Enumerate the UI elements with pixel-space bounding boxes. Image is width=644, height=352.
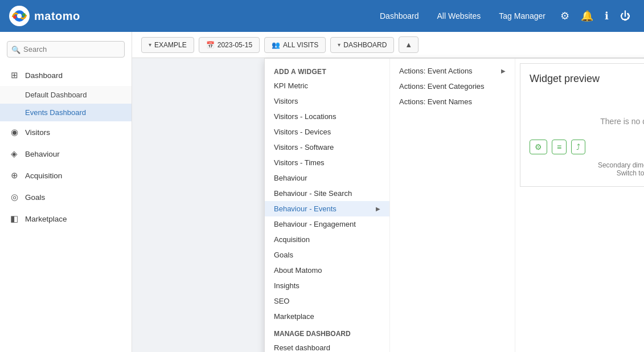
- sub-event-actions-chevron: ▶: [501, 68, 506, 74]
- widget-visitors-software[interactable]: Visitors - Software: [265, 140, 389, 155]
- dropdown-left-column: Add a widget KPI Metric Visitors Visitor…: [265, 59, 390, 352]
- main-wrapper: Add a widget KPI Metric Visitors Visitor…: [132, 58, 644, 286]
- nav-dashboard-link[interactable]: Dashboard: [372, 7, 427, 25]
- visits-label: ALL VISITS: [283, 41, 318, 49]
- date-label: 2023-05-15: [218, 41, 252, 49]
- widget-no-data-text: There is no data for this report.: [530, 94, 644, 140]
- sidebar: 🔍 ⊞ Dashboard Default Dashboard Events D…: [0, 32, 132, 352]
- notifications-icon[interactable]: 🔔: [576, 5, 598, 27]
- date-btn[interactable]: 📅 2023-05-15: [199, 37, 260, 53]
- widget-visitors[interactable]: Visitors: [265, 93, 389, 109]
- sub-event-actions-label: Actions: Event Actions: [399, 67, 473, 75]
- sidebar-sub-dashboard: Default Dashboard Events Dashboard: [0, 86, 132, 121]
- dashboard-btn[interactable]: ▾ DASHBOARD: [330, 37, 394, 53]
- nav-tag-manager-link[interactable]: Tag Manager: [491, 7, 553, 25]
- sidebar-item-dashboard[interactable]: ⊞ Dashboard: [0, 64, 132, 86]
- sidebar-acquisition-label: Acquisition: [25, 171, 62, 180]
- sidebar-item-default-dashboard[interactable]: Default Dashboard: [0, 86, 132, 104]
- widget-visitors-locations[interactable]: Visitors - Locations: [265, 109, 389, 124]
- widget-acquisition[interactable]: Acquisition: [265, 232, 389, 247]
- widget-action-buttons: ⚙ ≡ ⤴: [530, 140, 644, 154]
- widget-behaviour[interactable]: Behaviour: [265, 170, 389, 186]
- widget-list-btn[interactable]: ≡: [552, 140, 567, 154]
- matomo-logo: [9, 6, 30, 26]
- collapse-btn[interactable]: ▲: [399, 36, 419, 53]
- sidebar-item-behaviour[interactable]: ◈ Behaviour: [0, 143, 132, 165]
- example-btn[interactable]: ▾ EXAMPLE: [141, 37, 194, 53]
- sidebar-item-goals[interactable]: ◎ Goals: [0, 186, 132, 208]
- widget-insights[interactable]: Insights: [265, 278, 389, 293]
- widget-settings-btn[interactable]: ⚙: [530, 140, 547, 154]
- sidebar-search-area: 🔍: [0, 36, 132, 62]
- sidebar-dashboard-label: Dashboard: [25, 71, 63, 80]
- sidebar-section-dashboard: ⊞ Dashboard Default Dashboard Events Das…: [0, 64, 132, 121]
- help-icon[interactable]: ℹ: [600, 5, 613, 27]
- sidebar-behaviour-label: Behaviour: [25, 150, 60, 158]
- manage-reset[interactable]: Reset dashboard: [265, 340, 389, 352]
- sidebar-item-events-dashboard[interactable]: Events Dashboard: [0, 104, 132, 121]
- logo-area: matomo: [9, 6, 80, 26]
- visitors-icon: ◉: [9, 127, 19, 137]
- widget-visitors-times[interactable]: Visitors - Times: [265, 155, 389, 170]
- widget-share-btn[interactable]: ⤴: [571, 140, 585, 154]
- dashboard-arrow: ▾: [338, 42, 341, 48]
- widget-preview-area: Widget preview There is no data for this…: [515, 59, 644, 352]
- sidebar-visitors-label: Visitors: [25, 128, 50, 137]
- widget-preview-panel: Widget preview There is no data for this…: [520, 63, 644, 187]
- widget-behaviour-events[interactable]: Behaviour - Events ▶: [265, 201, 389, 216]
- add-widget-dropdown: Add a widget KPI Metric Visitors Visitor…: [264, 58, 644, 352]
- svg-point-4: [22, 13, 26, 17]
- widget-about-matomo[interactable]: About Matomo: [265, 263, 389, 278]
- svg-point-3: [13, 15, 17, 19]
- toolbar: ▾ EXAMPLE 📅 2023-05-15 👥 ALL VISITS ▾ DA…: [132, 32, 644, 58]
- secondary-dimension-text: Secondary dimension is Event Name.: [598, 161, 644, 169]
- add-widget-title: Add a widget: [265, 63, 389, 78]
- switch-to-text: Switch to: [617, 169, 644, 177]
- calendar-icon: 📅: [206, 41, 215, 49]
- widget-secondary-info: Secondary dimension is Event Name. Switc…: [530, 161, 644, 177]
- settings-icon[interactable]: ⚙: [556, 5, 574, 27]
- sub-event-names[interactable]: Actions: Event Names: [390, 94, 515, 109]
- logout-icon[interactable]: ⏻: [616, 6, 635, 27]
- dashboard-label: DASHBOARD: [343, 41, 387, 49]
- sidebar-goals-label: Goals: [25, 193, 45, 202]
- sidebar-item-visitors[interactable]: ◉ Visitors: [0, 121, 132, 143]
- nav-all-websites-link[interactable]: All Websites: [429, 7, 489, 25]
- example-arrow: ▾: [149, 42, 151, 48]
- visits-icon: 👥: [272, 41, 280, 49]
- goals-icon: ◎: [9, 192, 19, 202]
- widget-kpi-metric[interactable]: KPI Metric: [265, 78, 389, 93]
- behaviour-icon: ◈: [9, 149, 19, 159]
- sub-event-categories[interactable]: Actions: Event Categories: [390, 79, 515, 94]
- logo-text: matomo: [34, 10, 80, 23]
- example-label: EXAMPLE: [154, 41, 187, 49]
- svg-point-2: [17, 14, 22, 18]
- marketplace-icon: ◧: [9, 214, 19, 224]
- main-content: ▾ EXAMPLE 📅 2023-05-15 👥 ALL VISITS ▾ DA…: [132, 32, 644, 352]
- sidebar-marketplace-label: Marketplace: [25, 215, 67, 223]
- dropdown-mid-column: Actions: Event Actions ▶ Actions: Event …: [390, 59, 515, 352]
- widget-preview-title: Widget preview: [530, 73, 644, 85]
- dashboard-icon: ⊞: [9, 70, 19, 80]
- acquisition-icon: ⊕: [9, 170, 19, 181]
- widget-marketplace[interactable]: Marketplace: [265, 309, 389, 324]
- search-icon: 🔍: [11, 45, 20, 54]
- manage-dashboard-title: Manage dashboard: [265, 324, 389, 340]
- widget-behaviour-engagement[interactable]: Behaviour - Engagement: [265, 216, 389, 232]
- widget-visitors-devices[interactable]: Visitors - Devices: [265, 124, 389, 140]
- behaviour-events-label: Behaviour - Events: [274, 204, 337, 213]
- top-navigation: matomo Dashboard All Websites Tag Manage…: [0, 0, 644, 32]
- top-nav-links: Dashboard All Websites Tag Manager ⚙ 🔔 ℹ…: [372, 5, 635, 27]
- widget-behaviour-site-search[interactable]: Behaviour - Site Search: [265, 186, 389, 201]
- widget-goals[interactable]: Goals: [265, 247, 389, 263]
- sidebar-item-acquisition[interactable]: ⊕ Acquisition: [0, 165, 132, 186]
- widget-seo[interactable]: SEO: [265, 293, 389, 309]
- behaviour-events-chevron: ▶: [376, 206, 380, 212]
- sub-event-actions[interactable]: Actions: Event Actions ▶: [390, 63, 515, 79]
- visits-btn[interactable]: 👥 ALL VISITS: [264, 37, 326, 53]
- main-layout: 🔍 ⊞ Dashboard Default Dashboard Events D…: [0, 32, 644, 352]
- search-input[interactable]: [7, 41, 125, 58]
- sidebar-item-marketplace[interactable]: ◧ Marketplace: [0, 208, 132, 230]
